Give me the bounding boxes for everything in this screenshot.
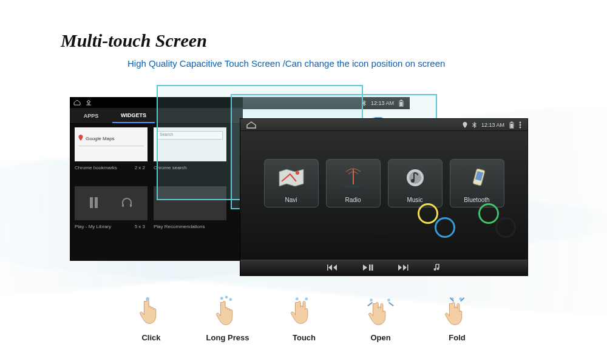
gesture-long-press: Long Press — [201, 294, 254, 342]
touch-ring-green — [478, 203, 499, 224]
map-icon — [278, 167, 305, 189]
svg-point-33 — [296, 297, 299, 300]
widget-size: 2 x 2 — [135, 165, 145, 170]
widget-card-label: Google Maps — [86, 136, 115, 141]
widget-size: 5 x 3 — [135, 224, 145, 229]
tab-apps[interactable]: APPS — [70, 108, 112, 123]
gesture-row: Click Long Press Touch Open Fold — [124, 294, 484, 342]
svg-point-11 — [520, 121, 521, 123]
tile-radio[interactable]: Radio — [326, 159, 381, 207]
svg-rect-10 — [510, 124, 513, 128]
book-icon — [90, 197, 98, 209]
svg-rect-24 — [371, 265, 373, 271]
tile-label: Radio — [345, 197, 361, 203]
play-pause-icon[interactable] — [362, 264, 373, 272]
svg-point-13 — [520, 126, 521, 128]
brand-label: NaviFly — [240, 227, 527, 237]
svg-point-36 — [387, 298, 390, 302]
headphones-icon — [121, 198, 132, 209]
tile-label: Music — [407, 197, 422, 203]
front-status-bar: 12:13 AM — [240, 119, 527, 131]
hand-open-icon — [363, 294, 398, 329]
page-subtitle: High Quality Capacitive Touch Screen /Ca… — [127, 58, 445, 69]
gesture-click: Click — [124, 294, 178, 342]
widget-caption: Play Recommendations — [154, 224, 205, 229]
tab-widgets[interactable]: WIDGETS — [112, 108, 155, 123]
home-launcher-panel: 12:13 AM Navi Radio Music — [240, 118, 528, 276]
hand-touch-icon — [287, 294, 322, 329]
tile-navi[interactable]: Navi — [264, 159, 319, 207]
hand-fold-icon — [439, 294, 475, 329]
svg-point-31 — [225, 295, 228, 298]
gesture-label: Fold — [449, 333, 465, 342]
svg-point-30 — [220, 297, 223, 300]
svg-point-14 — [296, 171, 299, 175]
gesture-label: Click — [141, 333, 160, 342]
touch-ring-yellow — [418, 203, 438, 224]
home-icon[interactable] — [246, 121, 256, 129]
widget-play-library[interactable] — [75, 186, 148, 220]
svg-point-34 — [305, 297, 308, 300]
bluetooth-phone-icon — [464, 167, 490, 189]
gesture-open: Open — [354, 294, 407, 342]
next-track-icon[interactable] — [398, 264, 409, 272]
hand-click-icon — [134, 294, 169, 329]
bluetooth-icon — [472, 122, 476, 128]
svg-point-19 — [411, 179, 415, 183]
svg-rect-25 — [407, 265, 409, 271]
music-note-icon — [402, 167, 429, 189]
svg-point-26 — [433, 268, 436, 271]
gesture-label: Touch — [293, 333, 316, 342]
more-icon[interactable] — [519, 121, 521, 129]
svg-rect-22 — [327, 265, 328, 271]
maps-pin-icon — [78, 135, 83, 142]
svg-rect-6 — [122, 204, 124, 207]
svg-line-28 — [436, 264, 439, 265]
widget-chrome-bookmarks[interactable]: Google Maps — [75, 127, 148, 161]
svg-point-16 — [344, 184, 363, 188]
tile-label: Bluetooth — [464, 197, 489, 203]
tile-label: Navi — [285, 197, 297, 203]
svg-rect-5 — [95, 197, 98, 208]
widget-caption: Chrome bookmarks — [75, 165, 117, 170]
location-icon — [463, 122, 467, 128]
media-controls — [240, 260, 527, 275]
hand-longpress-icon — [210, 294, 245, 329]
music-list-icon[interactable] — [433, 264, 441, 272]
page-title: Multi-touch Screen — [61, 30, 207, 51]
tile-bluetooth[interactable]: Bluetooth — [450, 159, 504, 207]
widget-caption: Play - My Library — [75, 224, 111, 229]
svg-rect-9 — [511, 121, 513, 123]
gesture-label: Long Press — [206, 333, 249, 342]
touch-ring-blue — [435, 217, 455, 238]
svg-rect-23 — [369, 265, 371, 271]
svg-rect-7 — [130, 204, 132, 207]
status-time: 12:13 AM — [481, 122, 504, 128]
battery-icon — [509, 121, 514, 129]
svg-rect-4 — [90, 197, 93, 208]
gesture-touch: Touch — [277, 294, 331, 342]
svg-point-32 — [229, 298, 232, 301]
svg-point-12 — [520, 124, 521, 126]
radio-tower-icon — [340, 167, 367, 189]
svg-point-27 — [436, 268, 439, 270]
touch-ring-dark — [495, 217, 516, 238]
prev-track-icon[interactable] — [327, 264, 338, 272]
gesture-fold: Fold — [430, 294, 484, 342]
upload-icon — [86, 99, 92, 106]
tile-music[interactable]: Music — [388, 159, 443, 207]
gesture-label: Open — [370, 333, 390, 342]
home-icon — [73, 99, 81, 106]
svg-point-35 — [370, 298, 373, 302]
